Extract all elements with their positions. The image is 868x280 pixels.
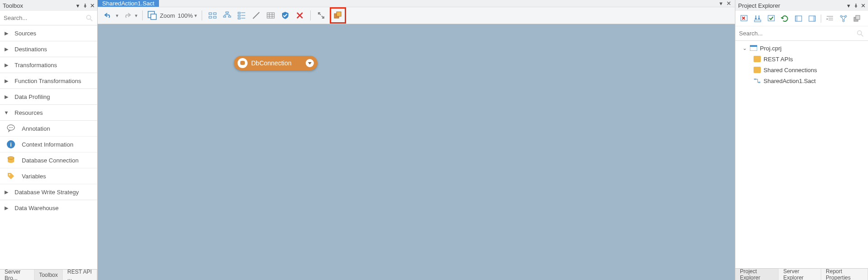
zoom-control[interactable]: Zoom 100% ▾: [147, 10, 197, 20]
tab-rest-api[interactable]: REST API ...: [63, 270, 97, 280]
window-check-button[interactable]: [766, 14, 776, 24]
stack-button[interactable]: [332, 10, 344, 21]
speech-bubble-icon: [6, 124, 15, 133]
svg-rect-45: [813, 16, 815, 21]
svg-rect-18: [223, 16, 226, 17]
svg-rect-57: [750, 45, 757, 47]
category-destinations[interactable]: ▶Destinations: [0, 41, 97, 57]
pin-icon[interactable]: [853, 3, 858, 8]
project-explorer-panel: Project Explorer ▾ ✕ ⌄ Proj.cprj: [735, 0, 868, 280]
tree-item-shared-connections[interactable]: Shared Connections: [737, 64, 866, 75]
category-data-warehouse[interactable]: ▶Data Warehouse: [0, 200, 97, 216]
pin-icon[interactable]: [83, 3, 87, 8]
category-sources[interactable]: ▶Sources: [0, 25, 97, 41]
line-button[interactable]: [250, 10, 262, 21]
undo-button[interactable]: [102, 10, 114, 21]
svg-line-26: [253, 12, 259, 19]
toolbox-item-context-info[interactable]: i Context Information: [0, 137, 97, 152]
node-label: DbConnection: [251, 59, 302, 67]
category-function-transformations[interactable]: ▶Function Transformations: [0, 73, 97, 89]
delete-button[interactable]: [294, 10, 306, 21]
svg-rect-14: [213, 13, 216, 15]
svg-point-5: [12, 127, 13, 128]
search-input[interactable]: [739, 30, 856, 37]
design-canvas[interactable]: DbConnection: [98, 24, 735, 280]
toolbox-body: ▶Sources ▶Destinations ▶Transformations …: [0, 25, 97, 269]
svg-point-54: [858, 30, 862, 34]
category-resources[interactable]: ▼Resources: [0, 105, 97, 121]
tab-report-properties[interactable]: Report Properties: [821, 269, 868, 280]
project-tree: ⌄ Proj.cprj REST APIs Shared Connections…: [735, 41, 868, 268]
toolbox-search: [0, 11, 97, 25]
panel1-button[interactable]: [794, 14, 804, 24]
category-label: Destinations: [15, 46, 47, 53]
redo-dropdown[interactable]: ▾: [135, 13, 138, 19]
svg-rect-35: [337, 12, 341, 16]
search-icon[interactable]: [856, 29, 864, 38]
category-data-profiling[interactable]: ▶Data Profiling: [0, 89, 97, 105]
toolbox-item-annotation[interactable]: Annotation: [0, 121, 97, 137]
layout3-button[interactable]: [236, 10, 248, 21]
node-dropdown-icon[interactable]: [306, 59, 314, 67]
chevron-right-icon: ▶: [5, 62, 8, 68]
toolbox-bottom-tabs: Server Bro... Toolbox REST API ...: [0, 269, 97, 280]
separator: [202, 10, 202, 20]
close-icon[interactable]: ✕: [90, 3, 94, 8]
tree-root-project[interactable]: ⌄ Proj.cprj: [737, 43, 866, 54]
indent-button[interactable]: [825, 14, 835, 24]
chevron-right-icon: ▶: [5, 94, 8, 100]
chevron-right-icon: ▶: [5, 46, 8, 52]
dropdown-icon[interactable]: ▾: [846, 3, 851, 8]
redo-button[interactable]: [121, 10, 133, 21]
close-icon[interactable]: ✕: [861, 3, 865, 8]
toolbox-item-label: Annotation: [22, 125, 50, 132]
highlighted-tool: [330, 7, 346, 24]
close-doc-button[interactable]: [739, 14, 749, 24]
grid-button[interactable]: [265, 10, 277, 21]
tab-server-browser[interactable]: Server Bro...: [0, 270, 35, 280]
panel2-button[interactable]: [807, 14, 817, 24]
separator: [142, 10, 143, 20]
layout1-button[interactable]: [207, 10, 218, 21]
download-button[interactable]: [753, 14, 763, 24]
refresh-button[interactable]: [780, 14, 790, 24]
category-db-write-strategy[interactable]: ▶Database Write Strategy: [0, 184, 97, 200]
dropdown-icon[interactable]: ▾: [75, 3, 80, 8]
tab-toolbox[interactable]: Toolbox: [35, 270, 63, 280]
tree-item-rest-apis[interactable]: REST APIs: [737, 54, 866, 64]
tab-project-explorer[interactable]: Project Explorer: [735, 269, 779, 280]
close-icon[interactable]: ✕: [726, 0, 731, 7]
tree-item-sharedaction-sact[interactable]: SharedAction1.Sact: [737, 75, 866, 86]
folder-icon: [754, 56, 761, 62]
folder-icon: [754, 67, 761, 73]
tree-label: REST APIs: [764, 56, 793, 63]
project-explorer-toolbar: [735, 11, 868, 26]
zoom-dropdown[interactable]: ▾: [194, 13, 197, 19]
toolbox-item-db-connection[interactable]: Database Connection: [0, 152, 97, 168]
toolbox-item-label: Database Connection: [22, 157, 79, 164]
search-input[interactable]: [4, 15, 85, 21]
tree-label: Shared Connections: [764, 67, 817, 74]
layout2-button[interactable]: [221, 10, 233, 21]
document-tab-sharedaction[interactable]: SharedAction1.Sact: [98, 0, 159, 7]
toolbox-item-variables[interactable]: Variables: [0, 168, 97, 184]
toolbox-item-label: Context Information: [22, 141, 73, 148]
svg-rect-20: [238, 12, 240, 14]
tab-server-explorer[interactable]: Server Explorer: [779, 269, 821, 280]
search-icon[interactable]: [85, 14, 94, 22]
db-connection-node[interactable]: DbConnection: [234, 56, 317, 70]
document-tab-label: SharedAction1.Sact: [102, 0, 154, 7]
toolbox-title: Toolbox: [3, 2, 75, 9]
category-label: Function Transformations: [15, 78, 81, 84]
dropdown-icon[interactable]: ▾: [719, 0, 723, 7]
document-tabs: SharedAction1.Sact ▾ ✕: [98, 0, 735, 7]
undo-dropdown[interactable]: ▾: [116, 13, 119, 19]
stack2-button[interactable]: [852, 14, 862, 24]
expand-button[interactable]: [315, 10, 327, 21]
category-label: Sources: [15, 30, 36, 37]
editor-area: SharedAction1.Sact ▾ ✕ ▾ ▾ Zoom 100% ▾: [98, 0, 735, 280]
category-transformations[interactable]: ▶Transformations: [0, 57, 97, 73]
graph-button[interactable]: [838, 14, 848, 24]
separator: [310, 10, 311, 20]
shield-button[interactable]: [279, 10, 291, 21]
